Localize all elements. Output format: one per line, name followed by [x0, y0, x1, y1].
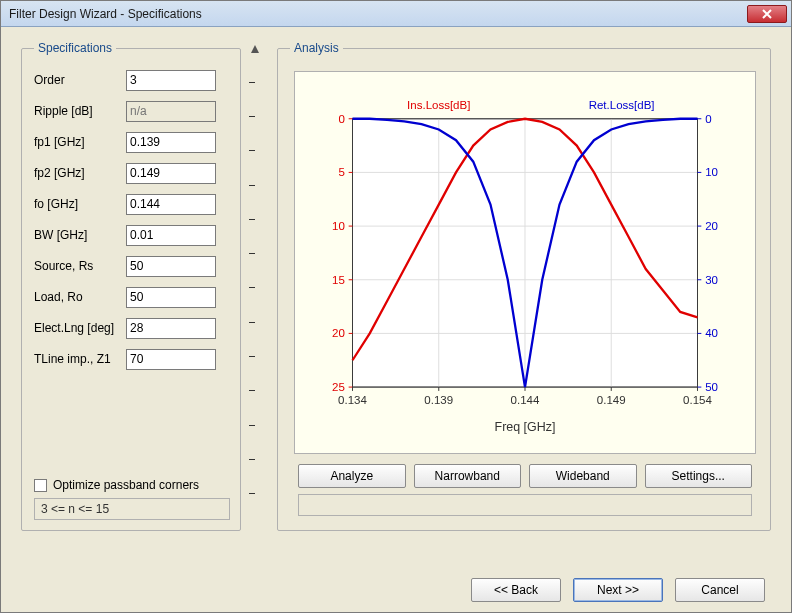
- spec-row: Ripple [dB]: [34, 96, 230, 126]
- spec-input-ripple-db-: [126, 101, 216, 122]
- window-title: Filter Design Wizard - Specifications: [9, 7, 747, 21]
- svg-text:50: 50: [705, 381, 718, 393]
- next-button[interactable]: Next >>: [573, 578, 663, 602]
- svg-text:0.154: 0.154: [683, 394, 712, 406]
- tick-mark: [249, 287, 255, 288]
- svg-text:0.139: 0.139: [424, 394, 453, 406]
- optimize-block: Optimize passband corners 3 <= n <= 15: [34, 468, 230, 520]
- optimize-label: Optimize passband corners: [53, 478, 199, 492]
- tick-mark: [249, 459, 255, 460]
- checkbox-icon: [34, 479, 47, 492]
- tick-mark: [249, 185, 255, 186]
- tick-mark: [249, 253, 255, 254]
- svg-text:0.149: 0.149: [597, 394, 626, 406]
- svg-text:25: 25: [332, 381, 345, 393]
- svg-text:0: 0: [338, 113, 344, 125]
- close-icon: [762, 9, 772, 19]
- svg-text:0.134: 0.134: [338, 394, 367, 406]
- svg-text:Ins.Loss[dB]: Ins.Loss[dB]: [407, 99, 470, 111]
- svg-text:10: 10: [705, 166, 718, 178]
- slider-arrow-icon: [251, 45, 259, 53]
- svg-text:30: 30: [705, 274, 718, 286]
- narrowband-button[interactable]: Narrowband: [414, 464, 522, 488]
- spec-input-source-rs[interactable]: [126, 256, 216, 277]
- tick-mark: [249, 425, 255, 426]
- analysis-legend: Analysis: [290, 41, 343, 55]
- spec-input-tline-imp-z1[interactable]: [126, 349, 216, 370]
- tick-mark: [249, 82, 255, 83]
- svg-text:Freq [GHz]: Freq [GHz]: [495, 420, 556, 434]
- spec-input-load-ro[interactable]: [126, 287, 216, 308]
- spec-label: Load, Ro: [34, 290, 126, 304]
- spec-label: TLine imp., Z1: [34, 352, 126, 366]
- analysis-group: Analysis 0510152025010203040500.1340.139…: [277, 41, 771, 531]
- svg-text:20: 20: [332, 327, 345, 339]
- ticks-column: [249, 41, 269, 531]
- analyze-button[interactable]: Analyze: [298, 464, 406, 488]
- wideband-button[interactable]: Wideband: [529, 464, 637, 488]
- spec-row: Elect.Lng [deg]: [34, 313, 230, 343]
- svg-text:5: 5: [338, 166, 344, 178]
- spec-label: BW [GHz]: [34, 228, 126, 242]
- tick-mark: [249, 116, 255, 117]
- svg-text:10: 10: [332, 220, 345, 232]
- spec-label: fp1 [GHz]: [34, 135, 126, 149]
- svg-text:0.144: 0.144: [511, 394, 540, 406]
- spec-label: Order: [34, 73, 126, 87]
- spec-row: TLine imp., Z1: [34, 344, 230, 374]
- spec-row: Load, Ro: [34, 282, 230, 312]
- plot-svg: 0510152025010203040500.1340.1390.1440.14…: [295, 72, 755, 453]
- svg-text:0: 0: [705, 113, 711, 125]
- spec-label: Source, Rs: [34, 259, 126, 273]
- spec-input-fp2-ghz-[interactable]: [126, 163, 216, 184]
- spec-row: Source, Rs: [34, 251, 230, 281]
- spec-row: Order: [34, 65, 230, 95]
- tick-mark: [249, 322, 255, 323]
- spec-label: Elect.Lng [deg]: [34, 321, 126, 335]
- spec-label: Ripple [dB]: [34, 104, 126, 118]
- spec-row: fp1 [GHz]: [34, 127, 230, 157]
- analysis-status-bar: [298, 494, 752, 516]
- specifications-legend: Specifications: [34, 41, 116, 55]
- tick-mark: [249, 356, 255, 357]
- spec-row: fo [GHz]: [34, 189, 230, 219]
- analysis-plot: 0510152025010203040500.1340.1390.1440.14…: [294, 71, 756, 454]
- tick-mark: [249, 493, 255, 494]
- close-button[interactable]: [747, 5, 787, 23]
- spec-input-order[interactable]: [126, 70, 216, 91]
- tick-mark: [249, 390, 255, 391]
- spec-input-bw-ghz-[interactable]: [126, 225, 216, 246]
- spec-row: BW [GHz]: [34, 220, 230, 250]
- back-button[interactable]: << Back: [471, 578, 561, 602]
- tick-mark: [249, 150, 255, 151]
- spec-label: fp2 [GHz]: [34, 166, 126, 180]
- specifications-group: Specifications OrderRipple [dB]fp1 [GHz]…: [21, 41, 241, 531]
- spec-input-fp1-ghz-[interactable]: [126, 132, 216, 153]
- settings-button[interactable]: Settings...: [645, 464, 753, 488]
- spec-label: fo [GHz]: [34, 197, 126, 211]
- filter-design-wizard-window: Filter Design Wizard - Specifications Sp…: [0, 0, 792, 613]
- spec-row: fp2 [GHz]: [34, 158, 230, 188]
- order-range-display: 3 <= n <= 15: [34, 498, 230, 520]
- spec-input-elect-lng-deg-[interactable]: [126, 318, 216, 339]
- svg-text:Ret.Loss[dB]: Ret.Loss[dB]: [589, 99, 655, 111]
- svg-text:20: 20: [705, 220, 718, 232]
- svg-text:40: 40: [705, 327, 718, 339]
- spec-input-fo-ghz-[interactable]: [126, 194, 216, 215]
- wizard-footer: << Back Next >> Cancel: [21, 568, 771, 602]
- dialog-body: Specifications OrderRipple [dB]fp1 [GHz]…: [1, 27, 791, 612]
- tick-mark: [249, 219, 255, 220]
- titlebar: Filter Design Wizard - Specifications: [1, 1, 791, 27]
- optimize-passband-checkbox[interactable]: Optimize passband corners: [34, 478, 230, 492]
- cancel-button[interactable]: Cancel: [675, 578, 765, 602]
- svg-text:15: 15: [332, 274, 345, 286]
